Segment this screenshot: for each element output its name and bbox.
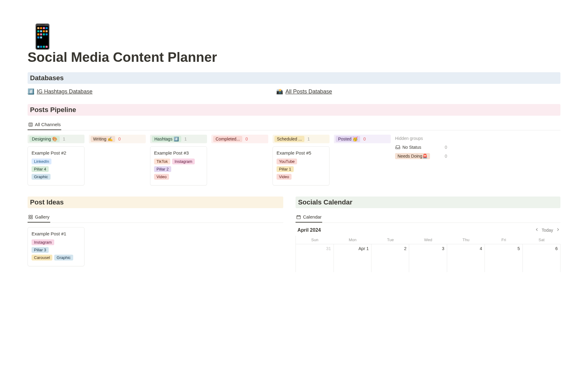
tag-pillar4: Pillar 4 bbox=[32, 166, 49, 172]
tag-tiktok: TikTok bbox=[154, 159, 170, 164]
hashtag-icon: #️⃣ bbox=[28, 88, 34, 95]
card-title: Example Post #3 bbox=[154, 150, 203, 155]
tag-pillar2: Pillar 2 bbox=[154, 166, 171, 172]
calendar-cell[interactable]: 6 bbox=[523, 244, 560, 272]
tab-gallery[interactable]: Gallery bbox=[28, 212, 50, 223]
tag-video: Video bbox=[154, 174, 169, 180]
card-example-post-3[interactable]: Example Post #3 TikTok Instagram Pillar … bbox=[150, 146, 207, 185]
page-title: Social Media Content Planner bbox=[28, 50, 560, 65]
svg-rect-5 bbox=[29, 217, 30, 219]
tag-linkedin: LinkedIn bbox=[32, 159, 51, 164]
kanban-column-posted[interactable]: Posted 🥳 0 bbox=[334, 135, 391, 185]
svg-rect-4 bbox=[31, 215, 32, 217]
tag-video: Video bbox=[277, 174, 292, 180]
tag-instagram: Instagram bbox=[172, 159, 195, 164]
card-title: Example Post #2 bbox=[32, 150, 81, 155]
page-icon: 📱 bbox=[28, 24, 560, 48]
section-header-ideas: Post Ideas bbox=[28, 197, 283, 208]
tab-label: All Channels bbox=[35, 122, 61, 127]
board-icon bbox=[28, 122, 33, 127]
column-count: 0 bbox=[363, 137, 366, 141]
tag-pillar1: Pillar 1 bbox=[277, 166, 294, 172]
column-label: Designing 🎨 bbox=[29, 136, 60, 142]
dow-tue: Tue bbox=[371, 236, 409, 244]
calendar-prev-button[interactable] bbox=[534, 227, 539, 233]
hidden-label: No Status bbox=[402, 145, 421, 150]
kanban-column-designing[interactable]: Designing 🎨 1 Example Post #2 LinkedIn P… bbox=[28, 135, 85, 185]
section-header-databases: Databases bbox=[28, 72, 560, 84]
hidden-no-status[interactable]: No Status 0 bbox=[395, 144, 447, 150]
calendar-cell[interactable]: 2 bbox=[371, 244, 409, 272]
calendar-cell[interactable]: 5 bbox=[485, 244, 522, 272]
column-count: 0 bbox=[245, 137, 248, 141]
hidden-groups: Hidden groups No Status 0 Needs Doing🚨 0 bbox=[395, 135, 447, 185]
tab-label: Gallery bbox=[35, 214, 50, 219]
tag-graphic: Graphic bbox=[54, 255, 73, 260]
tab-label: Calendar bbox=[303, 214, 322, 219]
column-label: Hashtags #️⃣ bbox=[152, 136, 181, 142]
column-label: Scheduled ... bbox=[274, 136, 304, 142]
dow-mon: Mon bbox=[334, 236, 371, 244]
card-example-post-5[interactable]: Example Post #5 YouTube Pillar 1 Video bbox=[273, 146, 330, 185]
calendar-cell[interactable]: 4 bbox=[447, 244, 485, 272]
column-label: Completed... bbox=[213, 136, 242, 142]
card-title: Example Post #5 bbox=[277, 150, 326, 155]
kanban-column-scheduled[interactable]: Scheduled ... 1 Example Post #5 YouTube … bbox=[273, 135, 330, 185]
column-count: 1 bbox=[63, 137, 65, 141]
dow-sun: Sun bbox=[296, 236, 334, 244]
kanban-column-completed[interactable]: Completed... 0 bbox=[211, 135, 268, 185]
calendar-cell[interactable]: Apr 1 bbox=[334, 244, 371, 272]
tag-graphic: Graphic bbox=[32, 174, 51, 180]
card-example-post-2[interactable]: Example Post #2 LinkedIn Pillar 4 Graphi… bbox=[28, 146, 85, 185]
svg-rect-6 bbox=[31, 217, 32, 219]
tag-youtube: YouTube bbox=[277, 159, 297, 164]
calendar-month: April 2024 bbox=[296, 227, 321, 233]
tab-calendar[interactable]: Calendar bbox=[296, 212, 322, 223]
card-title: Example Post #1 bbox=[32, 231, 81, 236]
link-all-posts-db[interactable]: 📸 All Posts Database bbox=[276, 88, 332, 95]
db-link-label: All Posts Database bbox=[285, 88, 332, 95]
column-label: Writing ✍️ bbox=[91, 136, 115, 142]
tag-pillar3: Pillar 3 bbox=[32, 247, 49, 253]
camera-icon: 📸 bbox=[276, 88, 283, 95]
calendar-cell[interactable]: 3 bbox=[409, 244, 447, 272]
tag-instagram: Instagram bbox=[32, 239, 54, 245]
kanban-column-hashtags[interactable]: Hashtags #️⃣ 1 Example Post #3 TikTok In… bbox=[150, 135, 207, 185]
dow-sat: Sat bbox=[523, 236, 560, 244]
dow-fri: Fri bbox=[485, 236, 522, 244]
calendar-icon bbox=[296, 215, 301, 219]
svg-rect-7 bbox=[297, 215, 300, 219]
svg-rect-3 bbox=[29, 215, 30, 217]
gallery-icon bbox=[28, 215, 33, 219]
inbox-icon bbox=[395, 144, 401, 150]
dow-wed: Wed bbox=[409, 236, 447, 244]
calendar-grid: Sun Mon Tue Wed Thu Fri Sat 31 Apr 1 2 3… bbox=[296, 236, 560, 272]
column-count: 0 bbox=[118, 137, 121, 141]
section-header-calendar: Socials Calendar bbox=[296, 197, 560, 208]
svg-rect-0 bbox=[29, 123, 32, 126]
column-count: 1 bbox=[307, 137, 310, 141]
dow-thu: Thu bbox=[447, 236, 485, 244]
column-count: 1 bbox=[184, 137, 187, 141]
column-label: Posted 🥳 bbox=[336, 136, 360, 142]
calendar-next-button[interactable] bbox=[556, 227, 560, 233]
calendar-today-button[interactable]: Today bbox=[542, 228, 553, 233]
tab-all-channels[interactable]: All Channels bbox=[28, 120, 61, 130]
hidden-count: 0 bbox=[445, 154, 447, 159]
db-link-label: IG Hashtags Database bbox=[37, 88, 92, 95]
tag-carousel: Carousel bbox=[32, 255, 52, 260]
card-example-post-1[interactable]: Example Post #1 Instagram Pillar 3 Carou… bbox=[28, 227, 85, 266]
hidden-count: 0 bbox=[445, 145, 447, 150]
hidden-needs-doing[interactable]: Needs Doing🚨 0 bbox=[395, 153, 447, 159]
calendar-cell[interactable]: 31 bbox=[296, 244, 334, 272]
link-ig-hashtags-db[interactable]: #️⃣ IG Hashtags Database bbox=[28, 88, 92, 95]
hidden-groups-title: Hidden groups bbox=[395, 136, 447, 141]
section-header-pipeline: Posts Pipeline bbox=[28, 104, 560, 116]
hidden-label: Needs Doing🚨 bbox=[395, 153, 430, 159]
kanban-board: Designing 🎨 1 Example Post #2 LinkedIn P… bbox=[28, 135, 560, 185]
kanban-column-writing[interactable]: Writing ✍️ 0 bbox=[89, 135, 146, 185]
